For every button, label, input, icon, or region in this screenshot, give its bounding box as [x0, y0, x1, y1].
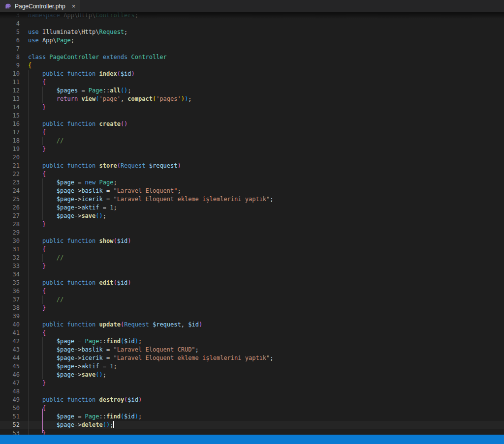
- code-line-10[interactable]: 10 public function index($id): [0, 70, 504, 78]
- indent-guide: [42, 354, 43, 362]
- code-line-12[interactable]: 12 $pages = Page::all();: [0, 87, 504, 95]
- indent-guide: [28, 404, 29, 413]
- line-number: 32: [0, 254, 20, 262]
- code-line-34[interactable]: 34: [0, 270, 504, 279]
- indent-guide: [28, 413, 29, 421]
- line-content: [28, 387, 504, 396]
- line-number: 25: [0, 195, 20, 204]
- close-icon[interactable]: ×: [72, 3, 76, 9]
- code-line-27[interactable]: 27 $page->save();: [0, 212, 504, 220]
- indent-guide: [42, 178, 43, 187]
- line-number: 52: [0, 421, 20, 429]
- code-line-51[interactable]: 51 $page = Page::find($id);: [0, 413, 504, 421]
- code-line-11[interactable]: 11 {: [0, 78, 504, 87]
- code-line-43[interactable]: 43 $page->baslik = "Laravel Eloquent CRU…: [0, 346, 504, 354]
- indent-guide: [42, 212, 43, 220]
- line-number: 30: [0, 237, 20, 245]
- indent-guide: [28, 220, 29, 229]
- line-number: 40: [0, 321, 20, 329]
- code-line-14[interactable]: 14 }: [0, 103, 504, 112]
- indent-guide: [28, 329, 29, 337]
- code-line-41[interactable]: 41 {: [0, 329, 504, 337]
- code-line-45[interactable]: 45 $page->aktif = 1;: [0, 362, 504, 371]
- code-line-46[interactable]: 46 $page->save();: [0, 371, 504, 379]
- code-line-4[interactable]: 4: [0, 20, 504, 28]
- line-number: 44: [0, 354, 20, 362]
- code-line-5[interactable]: 5use Illuminate\Http\Request;: [0, 28, 504, 36]
- line-number: 29: [0, 229, 20, 237]
- code-line-38[interactable]: 38 }: [0, 304, 504, 312]
- line-content: {: [28, 170, 504, 178]
- code-line-15[interactable]: 15: [0, 112, 504, 120]
- indent-guide: [42, 362, 43, 371]
- code-line-18[interactable]: 18 //: [0, 137, 504, 145]
- code-line-8[interactable]: 8class PageController extends Controller: [0, 53, 504, 61]
- code-line-6[interactable]: 6use App\Page;: [0, 36, 504, 45]
- code-line-28[interactable]: 28 }: [0, 220, 504, 229]
- line-number: 13: [0, 95, 20, 103]
- code-line-24[interactable]: 24 $page->baslik = "Laravel Eloquent";: [0, 187, 504, 195]
- line-content: public function create(): [28, 120, 504, 128]
- indent-guide: [28, 187, 29, 195]
- code-line-23[interactable]: 23 $page = new Page;: [0, 178, 504, 187]
- code-editor[interactable]: 3namespace App\Http\Controllers;45use Il…: [0, 12, 504, 435]
- line-number: 41: [0, 329, 20, 337]
- line-number: 49: [0, 396, 20, 404]
- code-line-32[interactable]: 32 //: [0, 254, 504, 262]
- code-line-33[interactable]: 33 }: [0, 262, 504, 270]
- code-line-30[interactable]: 30 public function show($id): [0, 237, 504, 245]
- code-line-16[interactable]: 16 public function create(): [0, 120, 504, 128]
- indent-guide: [42, 204, 43, 212]
- code-line-39[interactable]: 39: [0, 312, 504, 321]
- code-line-13[interactable]: 13 return view('page', compact('pages'))…: [0, 95, 504, 103]
- tab-pagecontroller[interactable]: PageController.php ×: [0, 0, 80, 12]
- code-line-49[interactable]: 49 public function destroy($id): [0, 396, 504, 404]
- line-content: }: [28, 103, 504, 112]
- code-line-21[interactable]: 21 public function store(Request $reques…: [0, 162, 504, 170]
- indent-guide: [28, 153, 29, 162]
- line-content: [28, 45, 504, 53]
- indent-guide: [28, 120, 29, 128]
- line-number: 4: [0, 20, 20, 28]
- code-line-42[interactable]: 42 $page = Page::find($id);: [0, 337, 504, 346]
- code-line-35[interactable]: 35 public function edit($id): [0, 279, 504, 287]
- code-line-53[interactable]: 53 }: [0, 429, 504, 435]
- code-line-25[interactable]: 25 $page->icerik = "Laravel Eloquent ekl…: [0, 195, 504, 204]
- indent-guide: [28, 270, 29, 279]
- code-line-44[interactable]: 44 $page->icerik = "Laravel Eloquent ekl…: [0, 354, 504, 362]
- line-number: 11: [0, 78, 20, 87]
- line-content: $page = new Page;: [28, 178, 504, 187]
- code-line-22[interactable]: 22 {: [0, 170, 504, 178]
- code-line-19[interactable]: 19 }: [0, 145, 504, 153]
- code-line-37[interactable]: 37 //: [0, 296, 504, 304]
- text-cursor: [113, 421, 114, 428]
- indent-guide: [28, 354, 29, 362]
- indent-guide: [28, 296, 29, 304]
- code-line-47[interactable]: 47 }: [0, 379, 504, 387]
- code-line-31[interactable]: 31 {: [0, 245, 504, 254]
- code-line-52[interactable]: 52 $page->delete();: [0, 421, 504, 429]
- line-content: }: [28, 304, 504, 312]
- indent-guide: [28, 70, 29, 78]
- code-line-3[interactable]: 3namespace App\Http\Controllers;: [0, 12, 504, 20]
- indent-guide: [28, 279, 29, 287]
- code-line-20[interactable]: 20: [0, 153, 504, 162]
- line-content: $page->baslik = "Laravel Eloquent";: [28, 187, 504, 195]
- code-line-9[interactable]: 9{: [0, 61, 504, 70]
- code-line-48[interactable]: 48: [0, 387, 504, 396]
- line-number: 14: [0, 103, 20, 112]
- code-line-40[interactable]: 40 public function update(Request $reque…: [0, 321, 504, 329]
- indent-guide: [28, 254, 29, 262]
- indent-guide: [28, 128, 29, 137]
- status-bar[interactable]: [0, 435, 504, 444]
- code-line-26[interactable]: 26 $page->aktif = 1;: [0, 204, 504, 212]
- code-line-29[interactable]: 29: [0, 229, 504, 237]
- line-number: 48: [0, 387, 20, 396]
- code-line-50[interactable]: 50 {: [0, 404, 504, 413]
- indent-guide: [28, 337, 29, 346]
- line-number: 27: [0, 212, 20, 220]
- line-number: 46: [0, 371, 20, 379]
- code-line-17[interactable]: 17 {: [0, 128, 504, 137]
- code-line-7[interactable]: 7: [0, 45, 504, 53]
- code-line-36[interactable]: 36 {: [0, 287, 504, 296]
